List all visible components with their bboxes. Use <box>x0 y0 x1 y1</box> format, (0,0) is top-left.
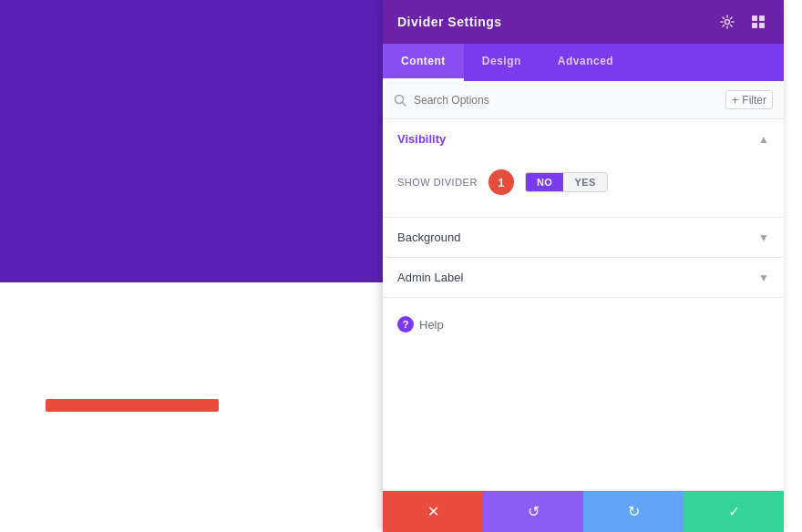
badge-1: 1 <box>488 169 514 195</box>
svg-rect-2 <box>759 15 765 21</box>
tab-content[interactable]: Content <box>383 44 464 81</box>
help-section[interactable]: ? Help <box>383 298 784 351</box>
show-divider-row: Show Divider 1 NO YES <box>397 162 769 202</box>
layout-icon[interactable] <box>747 11 769 33</box>
show-divider-label: Show Divider <box>397 177 478 188</box>
filter-label: Filter <box>742 94 766 107</box>
section-admin-label-header[interactable]: Admin Label ▼ <box>383 258 784 297</box>
section-background-title: Background <box>397 230 460 244</box>
section-visibility: Visibility ▲ Show Divider 1 NO YES <box>383 119 784 218</box>
section-admin-label: Admin Label ▼ <box>383 258 784 298</box>
panel-footer: ✕ ↺ ↻ ✓ <box>383 490 784 532</box>
help-icon: ? <box>397 316 414 332</box>
svg-rect-4 <box>759 23 765 28</box>
filter-plus-icon: + <box>732 93 739 107</box>
chevron-down-bg-icon: ▼ <box>758 231 769 244</box>
panel-header-icons <box>716 11 769 33</box>
red-divider-bar <box>46 399 219 412</box>
help-label: Help <box>419 318 444 332</box>
svg-point-0 <box>725 20 730 25</box>
section-admin-label-title: Admin Label <box>397 271 463 284</box>
search-icon <box>394 94 406 107</box>
reset-icon: ↺ <box>528 503 540 520</box>
svg-line-6 <box>403 102 406 106</box>
save-icon: ✓ <box>728 503 740 520</box>
chevron-up-icon: ▲ <box>758 133 769 146</box>
panel-title: Divider Settings <box>397 15 502 29</box>
section-background-header[interactable]: Background ▼ <box>383 218 784 257</box>
settings-panel: Divider Settings Content Design Advanc <box>383 0 784 532</box>
cancel-button[interactable]: ✕ <box>383 491 483 532</box>
show-divider-toggle[interactable]: NO YES <box>525 172 608 192</box>
redo-button[interactable]: ↻ <box>583 491 684 532</box>
settings-icon[interactable] <box>716 11 738 33</box>
redo-icon: ↻ <box>628 503 640 520</box>
panel-tabs: Content Design Advanced <box>383 44 784 81</box>
reset-button[interactable]: ↺ <box>483 491 583 532</box>
tab-advanced[interactable]: Advanced <box>540 44 632 81</box>
section-visibility-header[interactable]: Visibility ▲ <box>383 119 784 159</box>
section-visibility-content: Show Divider 1 NO YES <box>383 159 784 217</box>
section-background: Background ▼ <box>383 218 784 258</box>
chevron-down-admin-icon: ▼ <box>758 271 769 284</box>
toggle-yes[interactable]: YES <box>563 173 607 191</box>
svg-rect-3 <box>752 23 757 28</box>
section-visibility-title: Visibility <box>397 132 446 146</box>
svg-rect-1 <box>752 15 757 21</box>
filter-button[interactable]: + Filter <box>725 90 773 109</box>
toggle-no[interactable]: NO <box>526 173 564 191</box>
tab-design[interactable]: Design <box>464 44 540 81</box>
panel-body: Visibility ▲ Show Divider 1 NO YES Backg… <box>383 119 784 490</box>
search-input[interactable] <box>414 94 718 107</box>
cancel-icon: ✕ <box>427 503 439 520</box>
search-bar: + Filter <box>383 81 784 119</box>
panel-header: Divider Settings <box>383 0 784 44</box>
save-button[interactable]: ✓ <box>684 491 784 532</box>
